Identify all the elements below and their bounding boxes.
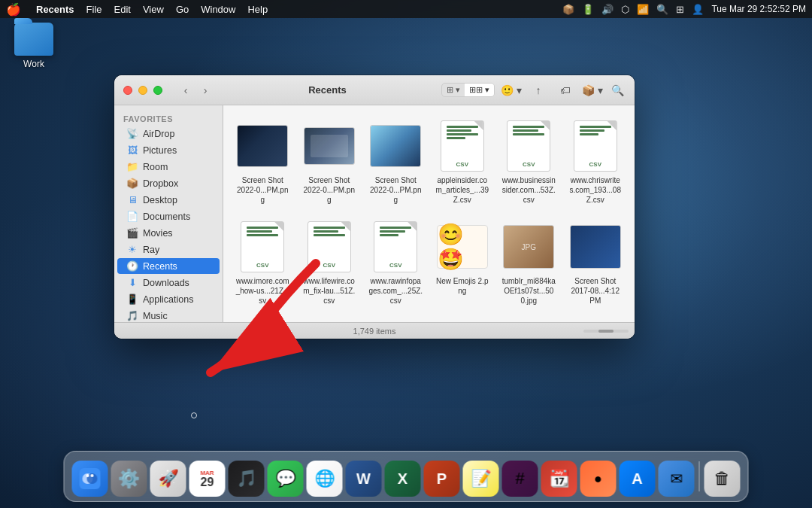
recents-icon: 🕐 — [126, 260, 138, 272]
csv-thumb: CSV — [441, 120, 484, 172]
pictures-icon: 🖼 — [126, 144, 138, 156]
csv-line — [580, 133, 598, 135]
search-menubar-icon[interactable]: 🔍 — [656, 4, 668, 15]
go-menu[interactable]: Go — [176, 4, 189, 15]
sidebar-item-airdrop[interactable]: 📡 AirDrop — [117, 126, 220, 141]
sidebar-item-documents[interactable]: 📄 Documents — [117, 208, 220, 224]
file-item-csv8[interactable]: CSV www.businessinsider.com...17Z.csv — [498, 316, 559, 322]
messages-icon: 💬 — [275, 469, 295, 488]
search-button[interactable]: 🔍 — [609, 82, 626, 99]
csv-line — [314, 234, 345, 236]
sidebar-item-music[interactable]: 🎵 Music — [117, 308, 220, 322]
dock-messages[interactable]: 💬 — [268, 461, 304, 497]
icon-view-button[interactable]: ⊞ ▾ — [442, 84, 465, 96]
dock-launchpad[interactable]: 🚀 — [150, 461, 186, 497]
file-thumb — [368, 321, 423, 322]
file-name: Screen Shot2017-08...4:12 PM — [568, 276, 623, 306]
dropbox-menubar-icon[interactable]: 📦 — [562, 4, 574, 15]
menubar-right: 📦 🔋 🔊 ⬡ 📶 🔍 ⊞ 👤 Tue Mar 29 2:52:52 PM — [562, 4, 806, 15]
minimize-button[interactable] — [138, 86, 147, 95]
file-menu[interactable]: File — [86, 4, 102, 15]
file-item-csv4[interactable]: CSV www.imore.com_how-us...21Z.csv — [232, 215, 293, 310]
dock-excel[interactable]: X — [385, 461, 421, 497]
sidebar-item-desktop[interactable]: 🖥 Desktop — [117, 192, 220, 208]
dock-slack[interactable]: # — [502, 461, 538, 497]
work-folder[interactable]: Work — [8, 23, 60, 69]
dock-word[interactable]: W — [346, 461, 382, 497]
file-item-csv5[interactable]: CSV www.lifewire.com_fix-lau...51Z.csv — [299, 215, 360, 310]
control-center-icon[interactable]: ⊞ — [676, 4, 684, 15]
file-item-screenshot1[interactable]: Screen Shot2022-0...PM.png — [232, 114, 293, 209]
dock-system-preferences[interactable]: ⚙️ — [111, 461, 147, 497]
volume-icon[interactable]: 🔊 — [601, 4, 614, 15]
view-menu[interactable]: View — [143, 4, 164, 15]
file-thumb: CSV — [368, 220, 423, 274]
dropbox-toolbar-button[interactable]: 📦 ▾ — [582, 82, 603, 99]
file-item-tumblr2[interactable]: tumblr_lxfxu4nFzw1qceu...1280.jpg — [365, 316, 426, 322]
file-item-screenshot4[interactable]: Screen Shot2017-08...4:12 PM — [565, 215, 626, 310]
dock-headspace[interactable]: ● — [580, 461, 617, 497]
file-thumb: CSV — [501, 119, 556, 173]
file-thumb: JPG — [501, 220, 556, 274]
maximize-button[interactable] — [153, 86, 162, 95]
apple-menu[interactable]: 🍎 — [6, 2, 21, 17]
file-name: appleinsider.com_articles_...39Z.csv — [435, 175, 490, 205]
close-button[interactable] — [123, 86, 132, 95]
file-item-csv7[interactable]: CSV www.techbout.com_send...33Z.csv — [432, 316, 493, 322]
smiley-button[interactable]: 🙂 ▾ — [501, 82, 522, 99]
wifi-icon[interactable]: 📶 — [637, 4, 649, 15]
forward-button[interactable]: › — [197, 82, 214, 99]
sidebar-item-movies[interactable]: 🎬 Movies — [117, 225, 220, 241]
file-name: Screen Shot2022-0...PM.png — [302, 175, 357, 205]
dock-airmail[interactable]: ✉ — [659, 461, 695, 497]
tag-button[interactable]: 🏷 — [555, 82, 576, 99]
grid-view-button[interactable]: ⊞⊞ ▾ — [465, 84, 494, 96]
file-name: www.chriswrites.com_193...08Z.csv — [568, 175, 623, 205]
dock-trash[interactable]: 🗑 — [704, 461, 741, 497]
dock-chrome[interactable]: 🌐 — [307, 461, 343, 497]
dock-app-store[interactable]: A — [620, 461, 656, 497]
dock-notes[interactable]: 📝 — [463, 461, 499, 497]
pictures-label: Pictures — [143, 145, 177, 156]
file-item-screenshot2[interactable]: Screen Shot2022-0...PM.png — [299, 114, 360, 209]
dock-music[interactable]: 🎵 — [229, 461, 265, 497]
file-item-screenshot3[interactable]: Screen Shot2022-0...PM.png — [365, 114, 426, 209]
edit-menu[interactable]: Edit — [114, 4, 131, 15]
sidebar-item-ray[interactable]: ☀ Ray — [117, 242, 220, 257]
file-thumb: CSV — [435, 119, 489, 173]
share-button[interactable]: ↑ — [528, 82, 549, 99]
sidebar-item-applications[interactable]: 📱 Applications — [117, 291, 220, 307]
back-button[interactable]: ‹ — [177, 82, 194, 99]
dock-fantastical[interactable]: 📆 — [541, 461, 577, 497]
sidebar-item-downloads[interactable]: ⬇ Downloads — [117, 275, 220, 291]
ray-icon: ☀ — [126, 244, 138, 255]
file-item-csv2[interactable]: CSV www.businessinsider.com...53Z.csv — [498, 114, 559, 209]
dock-powerpoint[interactable]: P — [424, 461, 460, 497]
scroll-indicator — [583, 330, 629, 333]
emoji-thumb: 😊🤩 — [437, 225, 488, 269]
dock-finder[interactable] — [72, 461, 108, 497]
sidebar-item-pictures[interactable]: 🖼 Pictures — [117, 142, 220, 158]
file-item-csv1[interactable]: CSV appleinsider.com_articles_...39Z.csv — [432, 114, 493, 209]
file-item-tumblr1[interactable]: JPG tumblr_mi884kaOEf1s07st...500.jpg — [498, 215, 559, 310]
sidebar-item-room[interactable]: 📁 Room — [117, 159, 220, 175]
bluetooth-icon[interactable]: ⬡ — [621, 4, 629, 15]
file-item-csv9[interactable]: CSV www.imore.com_how-get...03Z.csv — [565, 316, 626, 322]
file-item-invictus[interactable]: ▲ invictus — [232, 316, 293, 322]
file-item-bullet[interactable]: 📋 the bullet — [299, 316, 360, 322]
dock: ⚙️ 🚀 MAR 29 🎵 💬 🌐 W X P 📝 # — [64, 451, 749, 502]
file-item-csv3[interactable]: CSV www.chriswrites.com_193...08Z.csv — [565, 114, 626, 209]
file-thumb — [235, 119, 289, 173]
window-menu[interactable]: Window — [201, 4, 235, 15]
user-icon[interactable]: 👤 — [692, 4, 704, 15]
dock-calendar[interactable]: MAR 29 — [189, 461, 226, 497]
file-item-csv6[interactable]: CSV www.rawinfopages.com_...25Z.csv — [365, 215, 426, 310]
sidebar-item-recents[interactable]: 🕐 Recents — [117, 258, 220, 274]
file-name: Screen Shot2022-0...PM.png — [235, 175, 290, 205]
sidebar-item-dropbox[interactable]: 📦 Dropbox — [117, 175, 220, 191]
file-item-emojis[interactable]: 😊🤩 New Emojis 2.png — [432, 215, 493, 310]
help-menu[interactable]: Help — [247, 4, 268, 15]
app-name-menu[interactable]: Recents — [36, 4, 74, 15]
csv-line — [380, 227, 411, 229]
excel-icon: X — [398, 470, 408, 488]
